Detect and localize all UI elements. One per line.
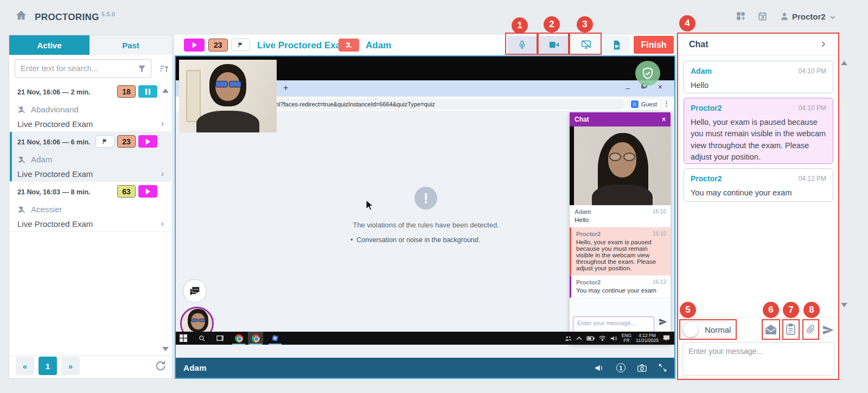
session-datetime: 21 Nov, 16:06 — 6 min. <box>17 138 91 146</box>
browser-menu-icon: ⋮ <box>663 99 670 107</box>
annotation-4: 4 <box>679 15 695 31</box>
panel-scroll-down-icon[interactable] <box>841 303 847 307</box>
exam-name: Live Proctored Exam <box>17 219 93 229</box>
toggle-knob[interactable] <box>683 322 698 337</box>
home-icon[interactable] <box>15 9 27 21</box>
app-version: 5.5.0 <box>101 11 115 17</box>
clipboard-icon[interactable] <box>786 324 796 335</box>
video-student-name: Adam <box>183 363 207 372</box>
new-tab-button: + <box>283 83 288 93</box>
panel-scroll-up-icon[interactable] <box>841 61 847 65</box>
divider <box>9 356 172 356</box>
violation-alert-icon: ! <box>414 187 437 210</box>
language-indicator: ENGFR <box>622 333 631 343</box>
message-input-box <box>682 342 834 376</box>
student-body <box>196 111 259 132</box>
flag-button[interactable] <box>231 39 250 51</box>
envelope-icon[interactable] <box>765 324 777 335</box>
microphone-button[interactable] <box>507 36 537 54</box>
student-away-indicator <box>339 39 359 52</box>
remote-chat-message: Proctor216:12 You may continue your exam <box>570 276 671 298</box>
annotation-8: 8 <box>803 302 820 318</box>
glasses <box>229 81 241 87</box>
session-datetime: 21 Nov, 16:06 — 2 min. <box>17 88 91 96</box>
student-name: Abadvionand <box>31 105 79 114</box>
message-textarea[interactable] <box>683 343 834 375</box>
chat-message: Proctor204:10 PM Hello, your exam is pau… <box>684 98 833 164</box>
speaker-icon[interactable] <box>595 364 604 372</box>
chrome-icon-active <box>248 332 263 345</box>
person-off-icon <box>17 155 26 164</box>
student-name: Adam <box>31 155 52 164</box>
tab-past[interactable]: Past <box>90 35 172 55</box>
search-input[interactable] <box>15 60 151 77</box>
clock: 4:12 PM11/21/2025 <box>636 333 659 343</box>
send-icon[interactable] <box>822 325 834 335</box>
violations-badge: 23 <box>208 39 228 52</box>
recording-file-button[interactable] <box>604 36 630 54</box>
screen-share-off-button[interactable] <box>571 36 601 54</box>
snapshot-icon[interactable] <box>637 364 647 372</box>
attach-icon[interactable] <box>806 324 815 335</box>
guest-profile-chip: ☺ Guest <box>627 98 662 111</box>
person-off-icon <box>17 105 26 114</box>
toggle-label: Normal <box>705 325 731 334</box>
session-datetime: 21 Nov, 16:03 — 8 min. <box>17 188 91 196</box>
message-mode-toggle[interactable]: Normal <box>682 321 735 338</box>
page-current[interactable]: 1 <box>39 357 57 375</box>
annotation-1: 1 <box>512 17 528 34</box>
finish-button[interactable]: Finish <box>634 36 674 54</box>
volume-icon <box>610 335 617 341</box>
remote-send-icon <box>659 318 667 326</box>
scroll-down-icon[interactable] <box>162 347 169 351</box>
proctoring-app: PROCTORING5.5.0 Proctor2 Active Past <box>0 0 868 393</box>
collapse-panel-icon[interactable] <box>819 40 827 48</box>
proctor-body <box>592 185 653 205</box>
video-footer-bar: Adam 1 <box>176 358 674 378</box>
session-row[interactable]: 21 Nov, 16:06 — 2 min. 18 Abadvionand Li… <box>10 82 171 132</box>
chevron-down-icon[interactable] <box>829 14 837 21</box>
remote-taskbar: ENGFR 4:12 PM11/21/2025 <box>176 332 674 345</box>
session-toolbar: 23 Live Proctored Exam Adam Finish <box>175 35 675 55</box>
filter-icon[interactable] <box>137 64 146 73</box>
flag-button[interactable] <box>95 135 114 148</box>
shared-screen-video: + – × om/gc1514s/pages/take_quiz.xhtml?f… <box>175 55 675 379</box>
play-button[interactable] <box>138 135 157 148</box>
refresh-icon[interactable] <box>155 360 167 372</box>
guest-avatar: ☺ <box>631 100 639 108</box>
calendar-icon[interactable] <box>757 11 768 21</box>
chevron-right-icon[interactable]: › <box>161 119 164 129</box>
camera-button[interactable] <box>540 36 568 54</box>
window-close-icon: × <box>658 83 662 91</box>
page-prev-button[interactable]: « <box>16 357 34 375</box>
dashboard-grid-icon[interactable] <box>736 11 746 21</box>
chevron-right-icon[interactable]: › <box>161 219 164 229</box>
chat-message: Adam04:10 PM Hello <box>684 61 833 93</box>
battery-icon <box>586 336 595 341</box>
sessions-sidebar: Active Past 21 Nov, 16:06 — 2 min. 18 Ab… <box>9 35 173 379</box>
session-row-selected[interactable]: 21 Nov, 16:06 — 6 min. 23 Adam Live Proc… <box>10 132 171 182</box>
play-button[interactable] <box>184 39 205 52</box>
pause-button[interactable] <box>138 85 157 98</box>
scroll-up-icon[interactable] <box>162 88 169 93</box>
windows-start-icon <box>176 332 191 345</box>
glasses <box>609 153 621 161</box>
page-next-button[interactable]: » <box>61 357 80 375</box>
chevron-right-icon[interactable]: › <box>161 169 164 179</box>
chat-message: Proctor204:12 PM You may continue your e… <box>684 168 833 202</box>
sort-icon[interactable] <box>159 64 170 74</box>
chat-toggle-button[interactable] <box>183 279 207 303</box>
tab-active[interactable]: Active <box>9 35 90 55</box>
chat-panel-header: Chat <box>678 34 838 55</box>
notification-icon <box>663 335 670 341</box>
play-button[interactable] <box>138 185 157 198</box>
session-row[interactable]: 21 Nov, 16:03 — 8 min. 63 Acessier Live … <box>10 182 171 232</box>
person-off-icon <box>17 205 26 214</box>
window-minimize-icon: – <box>626 84 630 92</box>
remote-chat-message: Adam16:10 Hello <box>570 205 671 227</box>
glasses <box>623 153 635 161</box>
student-webcam-video <box>179 60 277 132</box>
close-icon: × <box>662 116 666 123</box>
collapse-icon[interactable] <box>659 364 667 372</box>
user-menu[interactable]: Proctor2 <box>792 12 826 21</box>
